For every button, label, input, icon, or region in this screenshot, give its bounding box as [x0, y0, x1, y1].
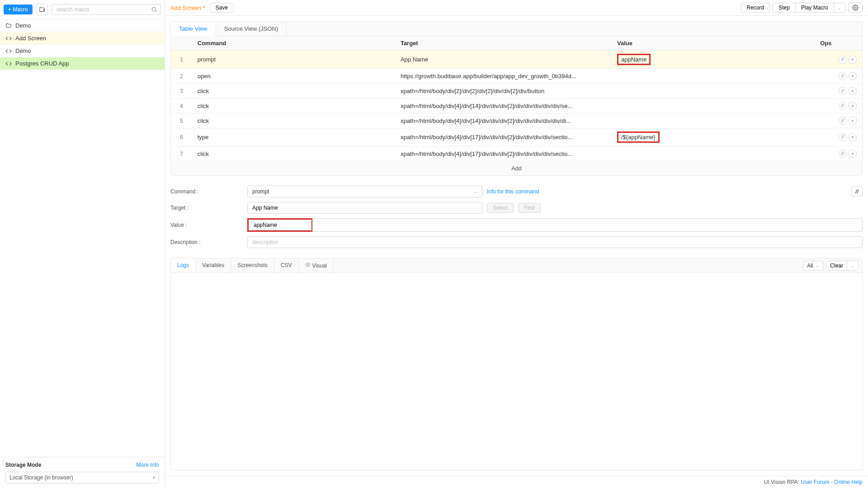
- add-row-button[interactable]: Add: [171, 161, 862, 175]
- storage-header: Storage Mode More Info: [5, 462, 159, 468]
- table-row[interactable]: 1promptApp NameappName//+: [171, 51, 862, 69]
- editor-panel: Command : prompt ⌄ Info for this command…: [170, 181, 863, 253]
- table-row[interactable]: 3clickxpath=/html/body/div[2]/div[2]/div…: [171, 84, 862, 99]
- logs-header: LogsVariablesScreenshotsCSVVisual All ⌄ …: [171, 258, 862, 273]
- chevron-down-icon: ⌄: [851, 264, 854, 268]
- toggle-comment-button[interactable]: //: [851, 187, 863, 197]
- value-highlight-box: [247, 218, 313, 232]
- editor-row-value: Value :: [170, 218, 863, 232]
- gear-icon: [852, 5, 859, 11]
- logs-tab-screenshots[interactable]: Screenshots: [231, 258, 274, 272]
- comment-toggle-button[interactable]: //: [839, 150, 847, 158]
- value-input-ext[interactable]: [312, 218, 863, 232]
- online-help-link[interactable]: Online Help: [834, 479, 863, 485]
- logs-card: LogsVariablesScreenshotsCSVVisual All ⌄ …: [170, 258, 863, 470]
- svg-point-1: [854, 7, 856, 9]
- row-ops: //+: [815, 69, 862, 84]
- add-step-button[interactable]: +: [849, 72, 857, 80]
- settings-button[interactable]: [848, 3, 863, 13]
- eye-icon: [305, 263, 311, 269]
- user-forum-link[interactable]: User Forum: [801, 479, 829, 485]
- row-target: xpath=/html/body/div[4]/div[17]/div/div/…: [395, 128, 612, 146]
- logs-controls: All ⌄ Clear ⌄: [803, 261, 862, 271]
- table-row[interactable]: 5clickxpath=/html/body/div[4]/div[14]/di…: [171, 113, 862, 128]
- comment-toggle-button[interactable]: //: [839, 102, 847, 110]
- row-value: appName: [612, 51, 815, 69]
- target-input[interactable]: [247, 202, 482, 214]
- sidebar-list: DemoAdd ScreenDemoPostgres CRUD App: [0, 19, 165, 457]
- step-button[interactable]: Step: [773, 3, 796, 12]
- storage-mode-title: Storage Mode: [5, 462, 41, 468]
- logs-tabs: LogsVariablesScreenshotsCSVVisual: [171, 258, 334, 272]
- add-step-button[interactable]: +: [849, 102, 857, 110]
- folder-icon: [5, 23, 12, 29]
- code-icon: [5, 61, 12, 67]
- sidebar-bottom: Storage Mode More Info Local Storage (in…: [0, 457, 165, 488]
- command-select-value: prompt: [252, 188, 269, 195]
- play-dropdown-button[interactable]: ⌄: [834, 3, 845, 12]
- code-icon: [5, 35, 12, 42]
- clear-button[interactable]: Clear: [826, 261, 847, 270]
- play-macro-button[interactable]: Play Macro: [796, 3, 834, 12]
- comment-toggle-button[interactable]: //: [839, 72, 847, 80]
- add-step-button[interactable]: +: [849, 133, 857, 141]
- play-group: Step Play Macro ⌄: [773, 3, 845, 13]
- comment-toggle-button[interactable]: //: [839, 56, 847, 64]
- sidebar-macro-item[interactable]: Add Screen: [0, 32, 165, 45]
- find-button[interactable]: Find: [518, 203, 540, 213]
- comment-toggle-button[interactable]: //: [839, 117, 847, 125]
- table-row[interactable]: 4clickxpath=/html/body/div[4]/div[14]/di…: [171, 99, 862, 113]
- sidebar-item-label: Add Screen: [15, 35, 46, 42]
- sidebar-folder[interactable]: Demo: [0, 19, 165, 32]
- row-value: [612, 113, 815, 128]
- add-step-button[interactable]: +: [849, 56, 857, 64]
- label-description: Description :: [170, 239, 243, 245]
- value-input[interactable]: [250, 220, 311, 230]
- chevron-down-icon: ▾: [153, 475, 155, 480]
- clear-dropdown-button[interactable]: ⌄: [847, 261, 858, 270]
- table-row[interactable]: 2openhttps://growth.budibase.app/builder…: [171, 69, 862, 84]
- storage-select[interactable]: Local Storage (in browser) ▾: [5, 472, 159, 483]
- row-target: https://growth.budibase.app/builder/app/…: [395, 69, 612, 84]
- sidebar-macro-item[interactable]: Demo: [0, 45, 165, 57]
- new-folder-button[interactable]: [36, 4, 48, 15]
- row-ops: //+: [815, 113, 862, 128]
- add-step-button[interactable]: +: [849, 87, 857, 95]
- row-value: [612, 99, 815, 113]
- command-select[interactable]: prompt ⌄: [247, 186, 482, 197]
- search-input[interactable]: [52, 4, 161, 15]
- description-input[interactable]: [247, 236, 863, 248]
- table-row[interactable]: 6typexpath=/html/body/div[4]/div[17]/div…: [171, 128, 862, 146]
- topbar-right: Record Step Play Macro ⌄: [741, 3, 863, 13]
- logs-tab-variables[interactable]: Variables: [196, 258, 231, 272]
- row-target: xpath=/html/body/div[4]/div[14]/div/div/…: [395, 113, 612, 128]
- logs-tab-csv[interactable]: CSV: [274, 258, 299, 272]
- logs-tab-logs[interactable]: Logs: [171, 258, 196, 272]
- table-row[interactable]: 7clickxpath=/html/body/div[4]/div[17]/di…: [171, 146, 862, 161]
- info-command-link[interactable]: Info for this command: [487, 188, 539, 195]
- sidebar: + Macro DemoAdd ScreenDemoPostgres CRUD …: [0, 0, 165, 488]
- more-info-link[interactable]: More Info: [136, 462, 159, 468]
- content: Table View Source View (JSON) Command Ta…: [165, 16, 868, 476]
- th-num: [171, 36, 192, 51]
- select-button[interactable]: Select: [487, 203, 514, 213]
- search-wrap: [52, 4, 161, 15]
- storage-select-value: Local Storage (in browser): [9, 474, 73, 481]
- editor-row-description: Description :: [170, 236, 863, 248]
- logs-tab-visual[interactable]: Visual: [299, 258, 334, 272]
- comment-toggle-button[interactable]: //: [839, 87, 847, 95]
- row-command: click: [192, 113, 395, 128]
- tab-source-view[interactable]: Source View (JSON): [216, 22, 287, 36]
- sidebar-macro-item[interactable]: Postgres CRUD App: [0, 57, 165, 70]
- add-step-button[interactable]: +: [849, 117, 857, 125]
- save-button[interactable]: Save: [210, 3, 234, 13]
- log-filter-select[interactable]: All ⌄: [803, 261, 823, 271]
- add-step-button[interactable]: +: [849, 150, 857, 158]
- editor-row-command: Command : prompt ⌄ Info for this command…: [170, 186, 863, 197]
- comment-toggle-button[interactable]: //: [839, 133, 847, 141]
- record-button[interactable]: Record: [741, 3, 770, 13]
- editor-row-target: Target : Select Find: [170, 202, 863, 214]
- tab-table-view[interactable]: Table View: [171, 22, 216, 36]
- add-macro-button[interactable]: + Macro: [4, 5, 33, 14]
- label-value: Value :: [170, 222, 243, 228]
